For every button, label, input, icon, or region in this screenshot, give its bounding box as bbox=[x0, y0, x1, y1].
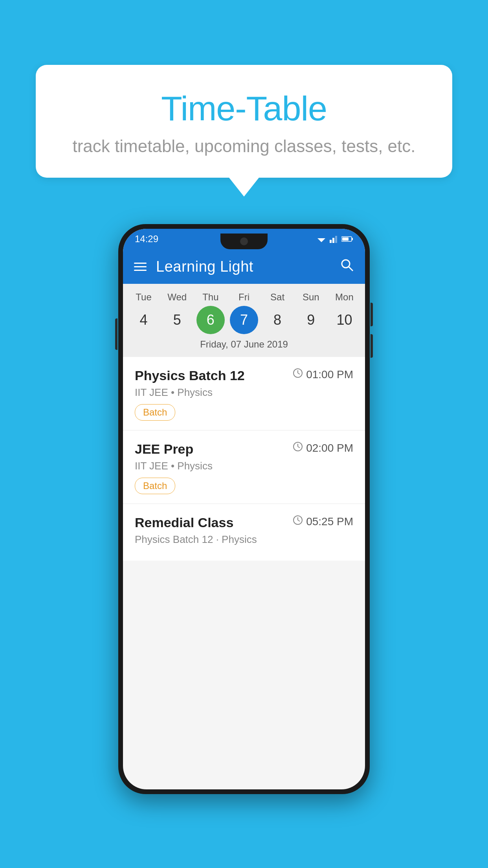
schedule-item-3-subtitle: Physics Batch 12 · Physics bbox=[135, 533, 353, 546]
speech-bubble-pointer bbox=[229, 178, 259, 197]
schedule-item-2[interactable]: JEE Prep 02:00 PM bbox=[123, 430, 365, 504]
schedule-item-2-time-text: 02:00 PM bbox=[306, 442, 353, 454]
day-fri: Fri bbox=[230, 292, 258, 303]
schedule-item-1-time-text: 01:00 PM bbox=[306, 368, 353, 381]
svg-rect-4 bbox=[335, 236, 337, 243]
phone-outer-frame: 14:29 bbox=[118, 224, 370, 794]
schedule-item-1-badge: Batch bbox=[135, 404, 175, 421]
app-bar-title: Learning Light bbox=[156, 258, 340, 275]
date-10[interactable]: 10 bbox=[330, 306, 358, 334]
power-button bbox=[115, 318, 117, 350]
speech-bubble-subtitle: track timetable, upcoming classes, tests… bbox=[59, 136, 429, 156]
date-9[interactable]: 9 bbox=[297, 306, 325, 334]
status-time: 14:29 bbox=[135, 234, 158, 245]
phone-mockup: 14:29 bbox=[36, 224, 452, 794]
date-7-selected[interactable]: 7 bbox=[230, 306, 258, 334]
schedule-item-1-title: Physics Batch 12 bbox=[135, 368, 245, 383]
svg-point-8 bbox=[342, 260, 350, 268]
schedule-item-3[interactable]: Remedial Class 05:25 PM bbox=[123, 504, 365, 561]
schedule-item-2-badge: Batch bbox=[135, 478, 175, 494]
battery-icon bbox=[341, 236, 353, 242]
search-icon[interactable] bbox=[340, 258, 354, 276]
svg-line-9 bbox=[349, 267, 353, 271]
phone-notch bbox=[220, 234, 268, 249]
app-bar: Learning Light bbox=[123, 249, 365, 284]
schedule-item-1-subtitle: IIT JEE • Physics bbox=[135, 386, 353, 399]
schedule-item-2-header: JEE Prep 02:00 PM bbox=[135, 441, 353, 457]
speech-bubble-card: Time-Table track timetable, upcoming cla… bbox=[36, 65, 452, 178]
svg-line-18 bbox=[298, 520, 300, 521]
schedule-item-1[interactable]: Physics Batch 12 01:00 PM bbox=[123, 357, 365, 430]
day-sat: Sat bbox=[263, 292, 292, 303]
schedule-item-3-time: 05:25 PM bbox=[293, 515, 353, 528]
schedule-item-2-title: JEE Prep bbox=[135, 441, 193, 457]
schedule-item-1-time: 01:00 PM bbox=[293, 368, 353, 381]
calendar-strip: Tue Wed Thu Fri Sat Sun Mon 4 5 6 7 8 9 … bbox=[123, 284, 365, 357]
schedule-item-3-time-text: 05:25 PM bbox=[306, 515, 353, 528]
svg-rect-3 bbox=[332, 238, 334, 243]
day-sun: Sun bbox=[297, 292, 325, 303]
day-thu: Thu bbox=[196, 292, 225, 303]
schedule-item-2-time: 02:00 PM bbox=[293, 441, 353, 454]
clock-icon-3 bbox=[293, 515, 303, 528]
date-4[interactable]: 4 bbox=[130, 306, 158, 334]
day-mon: Mon bbox=[330, 292, 358, 303]
clock-icon-1 bbox=[293, 368, 303, 381]
schedule-item-3-title: Remedial Class bbox=[135, 515, 233, 530]
date-5[interactable]: 5 bbox=[163, 306, 191, 334]
volume-down-button bbox=[371, 334, 373, 358]
phone-screen: 14:29 bbox=[123, 229, 365, 789]
day-wed: Wed bbox=[163, 292, 191, 303]
day-tue: Tue bbox=[130, 292, 158, 303]
wifi-icon bbox=[316, 235, 327, 243]
schedule-item-3-header: Remedial Class 05:25 PM bbox=[135, 515, 353, 530]
day-numbers: 4 5 6 7 8 9 10 bbox=[123, 303, 365, 334]
selected-date-label: Friday, 07 June 2019 bbox=[123, 334, 365, 353]
speech-bubble-section: Time-Table track timetable, upcoming cla… bbox=[36, 65, 452, 197]
volume-up-button bbox=[371, 303, 373, 326]
clock-icon-2 bbox=[293, 441, 303, 454]
svg-rect-2 bbox=[330, 240, 332, 243]
svg-line-15 bbox=[298, 447, 300, 448]
day-headers: Tue Wed Thu Fri Sat Sun Mon bbox=[123, 292, 365, 303]
svg-line-12 bbox=[298, 373, 300, 374]
speech-bubble-title: Time-Table bbox=[59, 88, 429, 129]
date-6-today[interactable]: 6 bbox=[196, 306, 225, 334]
signal-icon bbox=[330, 235, 338, 243]
svg-rect-7 bbox=[342, 237, 349, 241]
schedule-item-1-header: Physics Batch 12 01:00 PM bbox=[135, 368, 353, 383]
schedule-list: Physics Batch 12 01:00 PM bbox=[123, 357, 365, 561]
svg-rect-6 bbox=[352, 238, 353, 240]
hamburger-menu-icon[interactable] bbox=[134, 263, 147, 271]
date-8[interactable]: 8 bbox=[263, 306, 292, 334]
status-icons bbox=[316, 235, 353, 243]
schedule-item-2-subtitle: IIT JEE • Physics bbox=[135, 460, 353, 472]
